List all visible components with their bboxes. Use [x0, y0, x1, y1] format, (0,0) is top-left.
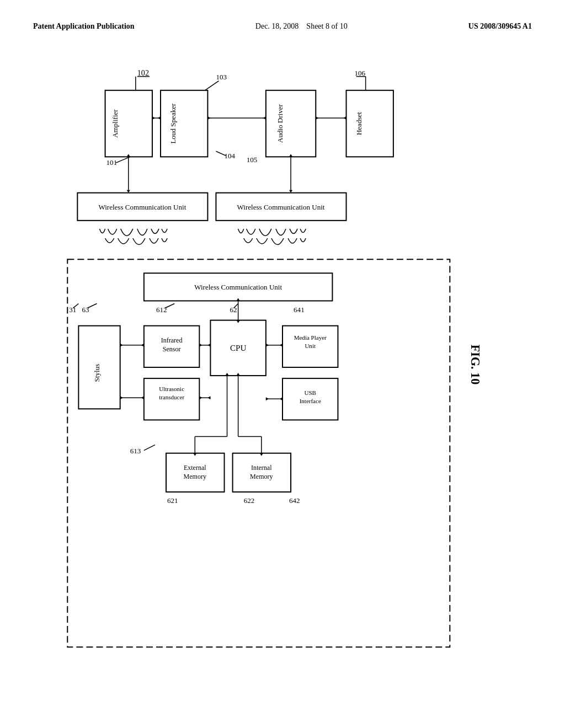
media-player-label2: Unit — [305, 342, 316, 349]
svg-line-3 — [205, 81, 218, 90]
wcu2-label: Wireless Communication Unit — [237, 203, 325, 211]
svg-marker-11 — [207, 116, 210, 120]
loud-speaker-label: Loud Speaker — [169, 103, 177, 143]
ref-106-label: 106 — [355, 69, 366, 77]
header-date-sheet: Dec. 18, 2008 Sheet 8 of 10 — [255, 22, 348, 31]
ref-105-label: 105 — [247, 156, 258, 164]
ultrasonic-label1: Ultrasonic — [159, 386, 184, 392]
external-memory-label1: External — [184, 464, 206, 472]
external-memory-label2: Memory — [184, 473, 207, 480]
ref-641-label: 641 — [294, 306, 305, 314]
ultrasonic-label2: transducer — [159, 394, 184, 400]
ref-102-label: 102 — [137, 68, 149, 77]
wcu1-label: Wireless Communication Unit — [98, 203, 186, 211]
cpu-label: CPU — [230, 344, 246, 352]
header-sheet: Sheet 8 of 10 — [306, 22, 347, 30]
amplifier-label: Amplifier — [111, 109, 119, 138]
header-publication-label: Patent Application Publication — [33, 22, 135, 31]
ref-622-label: 622 — [244, 496, 255, 505]
ref-612-label: 612 — [156, 306, 167, 314]
infrared-sensor-label1: Infrared — [161, 336, 183, 344]
stylus-label: Stylus — [93, 364, 101, 382]
svg-marker-9 — [158, 116, 161, 120]
svg-marker-12 — [263, 116, 266, 120]
wcu3-label: Wireless Communication Unit — [194, 283, 282, 291]
ref-101-label: 101 — [106, 158, 118, 167]
figure-svg: 102 Amplifier 101 Loud Speaker 103 104 A… — [33, 47, 532, 682]
ref-63-label: 63 — [82, 306, 89, 314]
page-header: Patent Application Publication Dec. 18, … — [33, 22, 532, 31]
header-date: Dec. 18, 2008 — [255, 22, 299, 30]
svg-marker-15 — [343, 116, 346, 120]
media-player-label1: Media Player — [294, 334, 327, 341]
figure-label: FIG. 10 — [468, 345, 482, 384]
svg-marker-14 — [316, 116, 318, 120]
usb-interface-label1: USB — [304, 389, 316, 396]
headset-label: Headset — [355, 112, 363, 135]
ref-621-label: 621 — [167, 496, 178, 505]
infrared-sensor-label2: Sensor — [163, 345, 181, 353]
internal-memory-label2: Memory — [250, 473, 273, 480]
ref-642-label: 642 — [289, 496, 300, 505]
usb-interface-label2: Interface — [300, 398, 321, 404]
audio-driver-box — [266, 90, 316, 157]
audio-driver-label: Audio Driver — [276, 104, 284, 143]
ref-62-label: 62 — [230, 306, 237, 314]
svg-marker-8 — [152, 116, 155, 120]
ref-104-label: 104 — [225, 152, 236, 160]
header-patent-number: US 2008/309645 A1 — [468, 22, 532, 31]
diagram-area: 102 Amplifier 101 Loud Speaker 103 104 A… — [33, 47, 532, 682]
page: Patent Application Publication Dec. 18, … — [0, 0, 565, 728]
ref-613-label: 613 — [130, 447, 141, 455]
ref-103-label: 103 — [216, 73, 227, 81]
svg-line-2 — [116, 157, 130, 163]
loud-speaker-box — [161, 90, 207, 157]
internal-memory-label1: Internal — [251, 464, 272, 472]
headset-box — [347, 90, 393, 157]
